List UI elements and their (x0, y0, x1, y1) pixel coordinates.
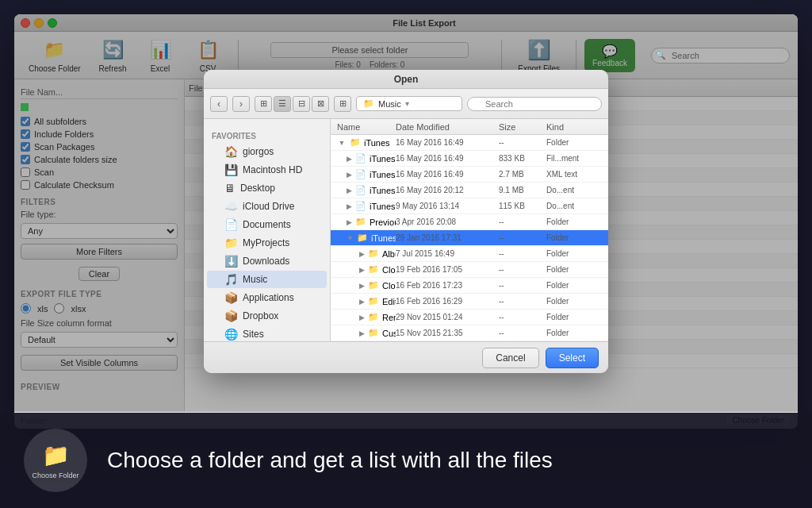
expand-arrow: ▶ (359, 298, 365, 306)
sidebar-item-downloads[interactable]: ⬇️ Downloads (207, 252, 327, 270)
cancel-button[interactable]: Cancel (482, 348, 538, 368)
expand-arrow: ▶ (359, 282, 365, 290)
sidebar-item-desktop[interactable]: 🖥 Desktop (207, 179, 327, 197)
list-item[interactable]: ▶ 📁 Custom 15 Nov 2015 21:35 -- Folder (331, 325, 608, 341)
desktop-icon: 🖥 (224, 182, 236, 194)
sidebar-item-sites[interactable]: 🌐 Sites (207, 325, 327, 341)
list-item[interactable]: ▶ 📄 iTunes M...brary.xml 16 May 2016 16:… (331, 167, 608, 183)
expand-arrow: ▼ (347, 234, 354, 242)
expand-arrow: ▶ (347, 218, 352, 226)
folder-icon: 📁 (224, 237, 238, 249)
select-button[interactable]: Select (546, 348, 599, 368)
dialog-body: Favorites 🏠 giorgos 💾 Macintosh HD 🖥 Des… (204, 119, 608, 341)
list-view-button[interactable]: ☰ (274, 96, 291, 112)
location-label: Music (378, 99, 401, 109)
location-bar[interactable]: 📁 Music ▾ (356, 96, 462, 111)
applications-icon: 📦 (224, 291, 238, 304)
documents-icon: 📄 (224, 218, 238, 231)
drive-icon: 💾 (224, 164, 238, 176)
expand-arrow: ▶ (347, 155, 352, 163)
list-item[interactable]: ▼ 📁 iTunes 16 May 2016 16:49 -- Folder (331, 135, 608, 151)
sidebar-item-myprojects[interactable]: 📁 MyProjects (207, 234, 327, 252)
file-icon: 📁 (355, 217, 366, 227)
file-icon: 📄 (355, 185, 366, 195)
file-icon: 📁 (368, 264, 379, 275)
column-view-button[interactable]: ⊟ (293, 96, 310, 112)
folder-large-icon: 📁 (42, 442, 70, 468)
list-item[interactable]: ▶ 📁 Cloud Purchases 19 Feb 2016 17:05 --… (331, 262, 608, 278)
expand-arrow: ▶ (359, 266, 365, 274)
dialog-footer: Cancel Select (204, 341, 608, 373)
list-item[interactable]: ▶ 📁 Editorial 16 Feb 2016 16:29 -- Folde… (331, 294, 608, 310)
list-item[interactable]: ▶ 📄 iTunes Library.itl 16 May 2016 16:49… (331, 151, 608, 167)
file-icon: 📄 (355, 201, 366, 211)
sidebar-item-giorgos[interactable]: 🏠 giorgos (207, 143, 327, 160)
file-icon: 📁 (368, 312, 379, 322)
bottom-overlay: 📁 Choose Folder Choose a folder and get … (0, 413, 812, 508)
sidebar-item-dropbox[interactable]: 📦 Dropbox (207, 307, 327, 325)
location-arrow: ▾ (405, 99, 409, 108)
icon-view-button[interactable]: ⊞ (255, 96, 272, 112)
dialog-title: Open (394, 74, 419, 85)
sites-icon: 🌐 (224, 328, 238, 341)
file-icon: 📁 (368, 328, 379, 338)
expand-arrow: ▶ (359, 250, 365, 258)
file-icon: 📁 (357, 233, 368, 243)
cloud-icon: ☁️ (224, 200, 238, 213)
file-icon: 📄 (355, 169, 366, 179)
file-list: Name Date Modified Size Kind ▼ 📁 iTunes … (331, 119, 608, 341)
sidebar-item-applications[interactable]: 📦 Applications (207, 289, 327, 306)
expand-arrow: ▼ (337, 139, 347, 147)
sidebar-item-macintosh[interactable]: 💾 Macintosh HD (207, 161, 327, 179)
sidebar-item-icloud[interactable]: ☁️ iCloud Drive (207, 198, 327, 215)
expand-arrow: ▶ (359, 314, 365, 321)
app-window: File List Export 📁 Choose Folder 🔄 Refre… (14, 14, 798, 429)
tagline: Choose a folder and get a list with all … (107, 446, 553, 475)
home-icon: 🏠 (224, 145, 238, 158)
forward-button[interactable]: › (232, 96, 250, 112)
cover-view-button[interactable]: ⊠ (312, 96, 329, 112)
list-item[interactable]: ▶ 📄 iTunes Li...xtras.itdb 9 May 2016 13… (331, 198, 608, 214)
dialog-overlay: Open ‹ › ⊞ ☰ ⊟ ⊠ ⊞ 📁 Music ▾ (14, 14, 798, 429)
list-item[interactable]: ▶ 📁 Remote 29 Nov 2015 01:24 -- Folder (331, 310, 608, 325)
sidebar-item-music[interactable]: 🎵 Music (207, 271, 327, 288)
file-icon: 📁 (368, 280, 379, 291)
dropbox-icon: 📦 (224, 310, 238, 322)
expand-arrow: ▶ (347, 202, 352, 210)
file-list-header: Name Date Modified Size Kind (331, 119, 608, 135)
folder-icon-sm: 📁 (363, 98, 374, 109)
download-icon: ⬇️ (224, 255, 238, 267)
list-item[interactable]: ▶ 📁 Album Artwork 7 Jul 2015 16:49 -- Fo… (331, 246, 608, 262)
expand-arrow: ▶ (359, 329, 365, 337)
favorites-section: Favorites (204, 130, 330, 142)
sidebar-item-documents[interactable]: 📄 Documents (207, 216, 327, 233)
list-item[interactable]: ▶ 📁 Previous...Libraries 3 Apr 2016 20:0… (331, 214, 608, 230)
expand-arrow: ▶ (347, 187, 352, 194)
dialog-search-wrapper (467, 97, 602, 111)
music-icon: 🎵 (224, 273, 238, 286)
file-icon: 📄 (355, 153, 366, 164)
back-button[interactable]: ‹ (210, 96, 228, 112)
dialog-sidebar: Favorites 🏠 giorgos 💾 Macintosh HD 🖥 Des… (204, 119, 331, 341)
list-item[interactable]: ▶ 📁 Cloud 16 Feb 2016 17:23 -- Folder (331, 278, 608, 294)
arrange-button[interactable]: ⊞ (334, 96, 351, 112)
file-icon: 📁 (368, 296, 379, 306)
list-item[interactable]: ▶ 📄 iTunes Li...nius.itdb 16 May 2016 20… (331, 183, 608, 198)
choose-folder-caption: Choose Folder (32, 471, 79, 479)
expand-arrow: ▶ (347, 171, 352, 179)
dialog-toolbar: ‹ › ⊞ ☰ ⊟ ⊠ ⊞ 📁 Music ▾ (204, 89, 608, 119)
file-icon: 📁 (368, 248, 379, 259)
list-item-selected[interactable]: ▼ 📁 iTunes Media 29 Jan 2016 17:31 -- Fo… (331, 230, 608, 246)
open-dialog: Open ‹ › ⊞ ☰ ⊟ ⊠ ⊞ 📁 Music ▾ (204, 70, 608, 373)
dialog-title-bar: Open (204, 70, 608, 89)
file-icon: 📁 (350, 137, 361, 148)
choose-folder-icon-wrap: 📁 Choose Folder (24, 429, 87, 492)
dialog-search-input[interactable] (467, 97, 602, 111)
view-buttons: ⊞ ☰ ⊟ ⊠ (255, 96, 329, 112)
